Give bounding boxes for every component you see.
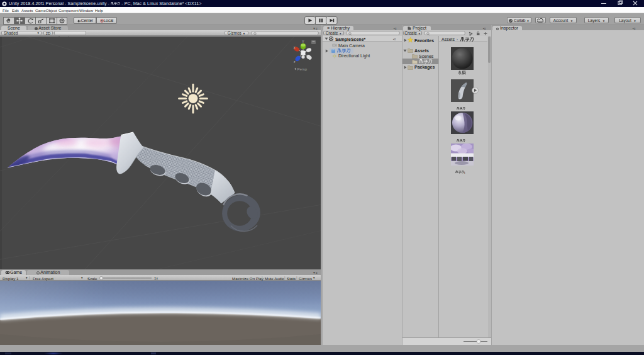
svg-text:Y: Y	[302, 40, 304, 43]
svg-text:Persp: Persp	[297, 67, 308, 71]
svg-text:1x: 1x	[154, 276, 158, 280]
